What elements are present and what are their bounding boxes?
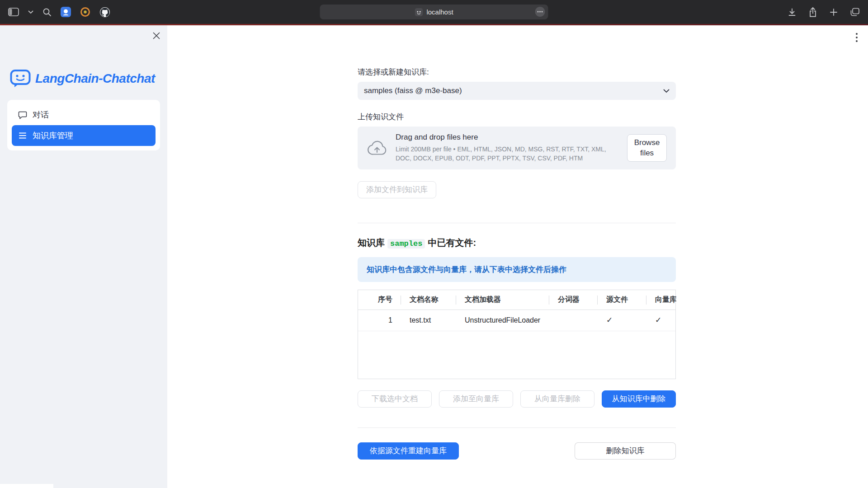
extension-icon-github[interactable] [99,7,110,18]
browse-files-button[interactable]: Browse files [627,134,667,162]
cell-vector-check: ✓ [646,310,676,331]
kb-select-label: 请选择或新建知识库: [358,67,676,77]
col-header-splitter[interactable]: 分词器 [549,290,597,310]
sidebar-item-label: 对话 [33,109,49,120]
downloads-icon[interactable] [788,8,797,17]
site-favicon [415,8,423,16]
col-header-loader[interactable]: 文档加载器 [456,290,549,310]
browser-toolbar: localhost [0,0,868,24]
delete-kb-button[interactable]: 删除知识库 [575,442,676,460]
upload-cloud-icon [367,140,387,155]
table-header-row: 序号 文档名称 文档加载器 分词器 源文件 向量库 [358,290,675,310]
search-icon[interactable] [42,8,52,17]
sidebar: LangChain-Chatchat 对话 知识库管理 [0,25,167,488]
section-divider [358,427,676,428]
kb-files-heading-suffix: 中已有文件: [428,238,476,248]
dropzone-limits: Limit 200MB per file • EML, HTML, JSON, … [396,145,619,163]
cell-index: 1 [358,310,401,331]
new-tab-icon[interactable] [829,8,838,17]
sidebar-bottom-strip [0,484,53,488]
cell-source-check: ✓ [597,310,646,331]
main-content: 请选择或新建知识库: samples (faiss @ m3e-base) 上传… [167,25,868,488]
download-selected-button[interactable]: 下载选中文档 [358,390,432,408]
info-banner: 知识库中包含源文件与向量库，请从下表中选择文件后操作 [358,257,676,282]
delete-from-kb-button[interactable]: 从知识库中删除 [602,390,676,408]
kb-files-table: 序号 文档名称 文档加载器 分词器 源文件 向量库 1 test.txt Uns… [358,290,676,379]
dropzone-title: Drag and drop files here [396,133,619,142]
extension-icon-orange[interactable] [80,7,90,17]
upload-label: 上传知识文件 [358,112,676,122]
kb-files-heading: 知识库samples中已有文件: [358,237,676,249]
rebuild-vector-store-button[interactable]: 依据源文件重建向量库 [358,442,459,460]
table-empty-area [358,331,675,379]
kb-name-code: samples [387,239,425,249]
kb-management-panel: 请选择或新建知识库: samples (faiss @ m3e-base) 上传… [358,25,676,460]
col-header-source[interactable]: 源文件 [597,290,646,310]
file-dropzone[interactable]: Drag and drop files here Limit 200MB per… [358,127,676,169]
extensions-more-icon[interactable] [535,7,545,17]
chevron-down-icon[interactable] [28,10,33,14]
cell-name: test.txt [401,310,456,331]
sidebar-item-kb-management[interactable]: 知识库管理 [12,125,156,146]
col-header-name[interactable]: 文档名称 [401,290,456,310]
sidebar-toggle-icon[interactable] [8,8,19,16]
col-header-index[interactable]: 序号 [358,290,401,310]
sidebar-item-label: 知识库管理 [33,130,73,141]
section-divider [358,223,676,223]
tab-overview-icon[interactable] [850,8,860,17]
knowledge-base-icon [18,131,27,140]
col-header-vector[interactable]: 向量库 [646,290,676,310]
sidebar-nav: 对话 知识库管理 [7,100,160,150]
extension-icon-blue[interactable] [61,7,71,17]
chevron-down-icon [663,89,670,93]
logo-chat-icon [10,69,31,88]
add-files-to-kb-button[interactable]: 添加文件到知识库 [358,181,436,198]
kb-files-heading-prefix: 知识库 [358,238,385,248]
dropzone-instructions: Drag and drop files here Limit 200MB per… [396,133,619,163]
remove-from-vector-store-button[interactable]: 从向量库删除 [520,390,594,408]
share-icon[interactable] [808,7,817,17]
table-row[interactable]: 1 test.txt UnstructuredFileLoader ✓ ✓ [358,310,675,331]
kb-selected-value: samples (faiss @ m3e-base) [364,86,462,95]
kb-bottom-actions: 依据源文件重建向量库 删除知识库 [358,442,676,460]
add-to-vector-store-button[interactable]: 添加至向量库 [439,390,513,408]
chat-bubble-icon [18,110,27,119]
sidebar-item-chat[interactable]: 对话 [12,104,156,125]
address-url: localhost [426,8,453,16]
logo-text: LangChain-Chatchat [35,71,155,86]
app-logo: LangChain-Chatchat [10,69,158,88]
address-bar[interactable]: localhost [320,5,548,19]
overflow-menu-icon[interactable] [854,31,860,44]
cell-loader: UnstructuredFileLoader [456,310,549,331]
sidebar-close-icon[interactable] [152,32,160,40]
file-actions-row: 下载选中文档 添加至向量库 从向量库删除 从知识库中删除 [358,390,676,408]
kb-selectbox[interactable]: samples (faiss @ m3e-base) [358,82,676,100]
cell-splitter [549,310,597,331]
